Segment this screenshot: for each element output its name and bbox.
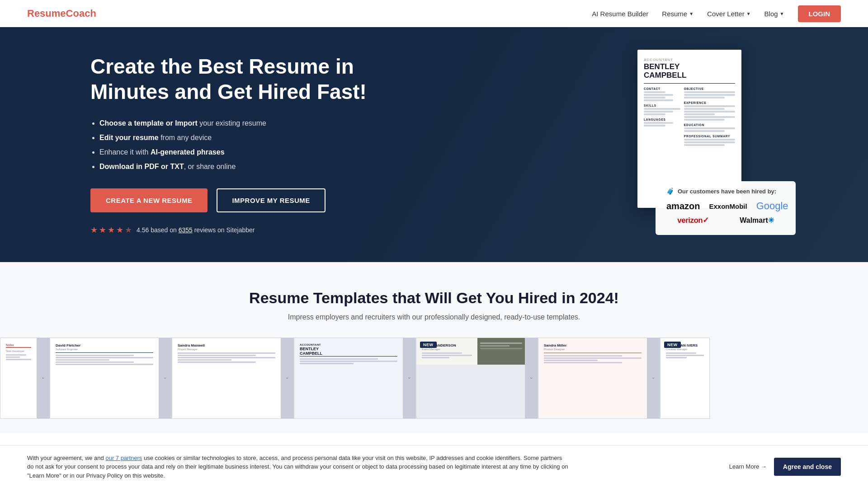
hero-title: Create the Best Resume in Minutes and Ge… (90, 54, 407, 104)
templates-subtitle: Impress employers and recruiters with ou… (0, 313, 868, 321)
nav-blog[interactable]: Blog ▼ (764, 10, 784, 18)
template-card-sandra[interactable]: Sandra Maxwell Project Manager › (172, 338, 294, 419)
templates-section: Resume Templates that Will Get You Hired… (0, 262, 868, 432)
star-rating: ★ ★ ★ ★ ★ (90, 225, 132, 235)
template-expand-chloe[interactable]: › (525, 338, 538, 418)
nav-links: AI Resume Builder Resume ▼ Cover Letter … (592, 5, 841, 22)
template-card-jonathan[interactable]: NEW JONATHAN IVERS Creative Manager (660, 338, 710, 419)
hired-title: 🧳 Our customers have been hired by: (666, 188, 785, 195)
resume-section-summary: Professional Summary (684, 135, 735, 146)
template-expand-bentley[interactable]: › (403, 338, 415, 418)
template-expand-sandra[interactable]: › (281, 338, 293, 418)
resume-section-objective: Objective (684, 87, 735, 99)
hero-content: Create the Best Resume in Minutes and Ge… (0, 54, 407, 235)
amazon-logo: amazon (666, 201, 700, 211)
rating-text: 4.56 based on 6355 reviews on Sitejabber (137, 226, 255, 234)
logo[interactable]: ResumeCoach (27, 8, 96, 19)
star-3-icon: ★ (108, 225, 115, 235)
bullet-3: Enhance it with AI-generated phrases (99, 147, 407, 158)
resume-section-education: Education (684, 123, 735, 132)
google-logo: Google (756, 200, 788, 212)
chevron-down-icon: ▼ (689, 11, 693, 16)
resume-section-languages: Languages (644, 118, 680, 127)
company-logos-row1: amazon ExxonMobil Google (666, 200, 785, 212)
star-5-icon: ★ (125, 225, 132, 235)
template-expand-sandra-miller[interactable]: › (647, 338, 660, 418)
navbar: ResumeCoach AI Resume Builder Resume ▼ C… (0, 0, 868, 27)
hero-buttons: CREATE A NEW RESUME IMPROVE MY RESUME (90, 188, 407, 212)
new-badge: NEW (420, 342, 437, 348)
rating-link[interactable]: 6355 (179, 226, 193, 234)
exxonmobil-logo: ExxonMobil (709, 202, 747, 210)
resume-section-experience: Experience (684, 101, 735, 121)
templates-carousel: Noba Web Developer › David Fletcher Soft… (0, 338, 868, 419)
create-resume-button[interactable]: CREATE A NEW RESUME (90, 188, 208, 212)
resume-section-contact: Contact (644, 87, 680, 101)
templates-title: Resume Templates that Will Get You Hired… (0, 289, 868, 307)
verizon-logo: verizon✓ (677, 216, 709, 225)
rating-row: ★ ★ ★ ★ ★ 4.56 based on 6355 reviews on … (90, 225, 407, 235)
walmart-logo: Walmart✳ (740, 216, 774, 225)
chevron-down-icon: ▼ (780, 11, 784, 16)
logo-resume: Resume (27, 8, 66, 19)
star-4-icon: ★ (116, 225, 123, 235)
hero-bullets: Choose a template or Import your existin… (90, 118, 407, 172)
company-logos-row2: verizon✓ Walmart✳ (666, 216, 785, 225)
nav-ai-builder[interactable]: AI Resume Builder (592, 10, 648, 18)
template-card-bentley[interactable]: ACCOUNTANT BENTLEYCAMPBELL › (294, 338, 416, 419)
improve-resume-button[interactable]: IMPROVE MY RESUME (217, 188, 325, 212)
new-badge-jonathan: NEW (664, 342, 681, 348)
nav-resume[interactable]: Resume ▼ (662, 10, 693, 18)
nav-cover-letter[interactable]: Cover Letter ▼ (707, 10, 750, 18)
chevron-down-icon: ▼ (746, 11, 751, 16)
login-button[interactable]: LOGIN (798, 5, 841, 22)
hero-section: Create the Best Resume in Minutes and Ge… (0, 27, 868, 262)
template-expand-david[interactable]: › (159, 338, 171, 418)
template-expand-noba[interactable]: › (37, 338, 49, 418)
bullet-1: Choose a template or Import your existin… (99, 118, 407, 129)
star-1-icon: ★ (90, 225, 98, 235)
bullet-4: Download in PDF or TXT, or share online (99, 161, 407, 172)
hired-by-box: 🧳 Our customers have been hired by: amaz… (656, 181, 796, 235)
resume-section-skills: Skills (644, 104, 680, 115)
template-card-noba[interactable]: Noba Web Developer › (0, 338, 50, 419)
star-2-icon: ★ (99, 225, 106, 235)
template-card-david[interactable]: David Fletcher Software Engineer › (50, 338, 172, 419)
resume-card-name: BENTLEY CAMPBELL (644, 63, 735, 80)
logo-coach: Coach (66, 8, 96, 19)
template-card-chloe[interactable]: NEW CHLOE ANDERSON Event Manager › (416, 338, 538, 419)
resume-card-label: ACCOUNTANT (644, 58, 735, 62)
bullet-2: Edit your resume from any device (99, 132, 407, 143)
briefcase-icon: 🧳 (666, 188, 674, 195)
template-card-sandra-miller[interactable]: Sandra Miller Product Designer › (538, 338, 660, 419)
